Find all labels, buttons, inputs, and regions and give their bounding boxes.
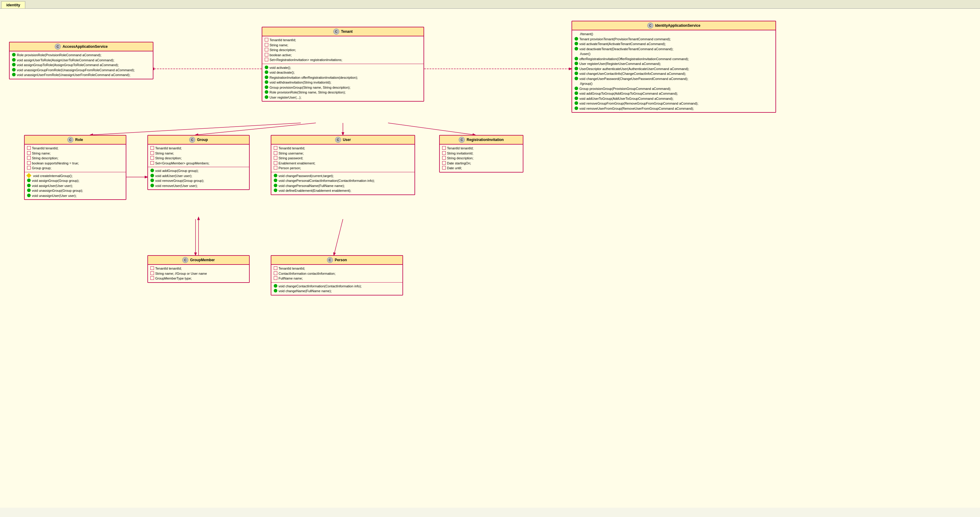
field-row: FullName name; xyxy=(274,276,400,281)
field-row: Date until; xyxy=(442,166,520,171)
field-row: String description; xyxy=(442,156,520,161)
method-icon xyxy=(150,174,154,178)
method-row: void deactivateTenant(DeactivateTenantCo… xyxy=(574,47,773,52)
svg-line-3 xyxy=(196,123,316,135)
field-row: ContactInformation contactInformation; xyxy=(274,271,400,276)
method-icon xyxy=(265,75,268,79)
method-icon xyxy=(12,68,16,71)
method-row: void addUser(User user); xyxy=(150,173,247,179)
method-row: void addUserToGroup(AddUserToGroupComman… xyxy=(574,96,773,101)
method-icon xyxy=(574,97,578,100)
method-icon xyxy=(150,179,154,182)
method-icon xyxy=(274,174,277,178)
method-row: Group provisionGroup(String name, String… xyxy=(265,85,421,90)
class-icon-tenant: C xyxy=(333,29,339,35)
field-row: TenantId tenantId; xyxy=(274,266,400,271)
field-icon xyxy=(27,161,31,165)
field-icon xyxy=(274,156,277,160)
method-icon xyxy=(274,289,277,292)
field-icon xyxy=(442,166,446,170)
method-icon xyxy=(274,179,277,182)
class-user-name: User xyxy=(343,138,351,142)
field-row: String name; xyxy=(27,151,123,156)
field-row: boolean active; xyxy=(265,52,421,58)
class-reg-inv-name: RegistrationInvitation xyxy=(466,138,504,142)
method-row: User registerUser(...); xyxy=(265,95,421,100)
method-row: void removeGroup(Group group); xyxy=(150,178,247,183)
class-tenant-methods: void activate(); void deactivate(); Regi… xyxy=(262,64,423,101)
method-row: void deactivate(); xyxy=(265,70,421,75)
method-row: void assignUser(User user); xyxy=(27,183,123,189)
class-access-methods: Role provisionRole(ProvisionRoleCommand … xyxy=(10,51,153,79)
method-row: void changePassword(current,target); xyxy=(274,173,412,179)
class-tenant-fields: TenantId tenantId; String name; String d… xyxy=(262,36,423,64)
method-row: void changePersonalContactInformation(Co… xyxy=(274,178,412,183)
field-icon xyxy=(150,266,154,270)
field-icon xyxy=(442,156,446,160)
method-row: void changeUserContactInfo(ChangeContact… xyxy=(574,71,773,76)
field-row: String invitationId; xyxy=(442,151,520,156)
svg-line-8 xyxy=(334,219,343,255)
method-row: void changePersonalName(FullName name); xyxy=(274,183,412,189)
method-icon xyxy=(265,70,268,74)
method-icon xyxy=(574,42,578,45)
class-icon-user: C xyxy=(335,137,341,143)
field-row: TenantId tenantId; xyxy=(150,266,247,271)
field-icon xyxy=(265,53,268,57)
class-group-member-fields: TenantId tenantId; String name; //Group … xyxy=(148,265,249,282)
field-row: boolean supportsNesting = true; xyxy=(27,161,123,166)
method-row: void unassignUserFromRole(UnassignUserFr… xyxy=(12,73,150,78)
class-reg-inv-fields: TenantId tenantId; String invitationId; … xyxy=(440,144,523,172)
method-icon xyxy=(574,77,578,80)
method-icon xyxy=(574,106,578,110)
method-row: //user() xyxy=(574,51,773,57)
class-person-fields: TenantId tenantId; ContactInformation co… xyxy=(271,265,402,282)
method-row: void defineEnablement(Enablement enablem… xyxy=(274,188,412,193)
tab-bar: identity xyxy=(0,0,980,9)
class-icon-access: C xyxy=(55,44,61,49)
field-icon xyxy=(442,146,446,150)
class-group-member: C GroupMember TenantId tenantId; String … xyxy=(147,255,250,283)
tab-identity[interactable]: identity xyxy=(1,1,25,8)
method-row: void changeName(FullName name); xyxy=(274,289,400,294)
field-icon xyxy=(150,161,154,165)
method-row: void removeGroupFromGroup(RemoveGroupFro… xyxy=(574,101,773,106)
class-registration-invitation: C RegistrationInvitation TenantId tenant… xyxy=(439,135,523,173)
method-row: void assignGroup(Group group); xyxy=(27,178,123,183)
class-group-name: Group xyxy=(197,138,208,142)
field-icon xyxy=(265,58,268,61)
method-icon xyxy=(574,91,578,95)
arrows-overlay xyxy=(0,9,980,507)
class-identity-name: IdentityApplicationService xyxy=(655,24,700,28)
method-row: void createInternalGroup(); xyxy=(27,173,123,179)
field-row: Group group; xyxy=(27,166,123,171)
method-icon xyxy=(150,169,154,172)
field-icon xyxy=(150,146,154,150)
class-person-header: C Person xyxy=(271,256,402,265)
class-group-header: C Group xyxy=(148,136,249,144)
class-tenant-header: C Tenant xyxy=(262,27,423,36)
field-icon xyxy=(274,276,277,280)
class-tenant: C Tenant TenantId tenantId; String name;… xyxy=(262,27,424,101)
method-icon xyxy=(265,86,268,89)
field-icon xyxy=(150,271,154,275)
class-group-fields: TenantId tenantId; String name; String d… xyxy=(148,144,249,167)
field-icon xyxy=(27,166,31,170)
method-row: void removeUser(User user); xyxy=(150,183,247,189)
field-icon xyxy=(265,48,268,51)
class-person-methods: void changeContactInformation(ContactInf… xyxy=(271,282,402,295)
class-role-methods: void createInternalGroup(); void assignG… xyxy=(25,172,126,200)
class-person-name: Person xyxy=(335,258,347,262)
field-row: TenantId tenantId; xyxy=(274,146,412,151)
field-row: TenantId tenantId; xyxy=(442,146,520,151)
method-row: void addGroupToGroup(AddGroupToGroupComm… xyxy=(574,91,773,96)
class-user: C User TenantId tenantId; String usernam… xyxy=(271,135,415,195)
field-icon xyxy=(265,38,268,41)
class-access-name: AccessApplicationService xyxy=(62,44,108,49)
method-row: Role provisionRole(ProvisionRoleCommand … xyxy=(12,52,150,58)
field-icon xyxy=(150,151,154,155)
method-icon xyxy=(150,184,154,187)
class-identity-header: C IdentityApplicationService xyxy=(572,21,775,30)
method-icon xyxy=(265,95,268,99)
field-row: String name; xyxy=(265,43,421,48)
